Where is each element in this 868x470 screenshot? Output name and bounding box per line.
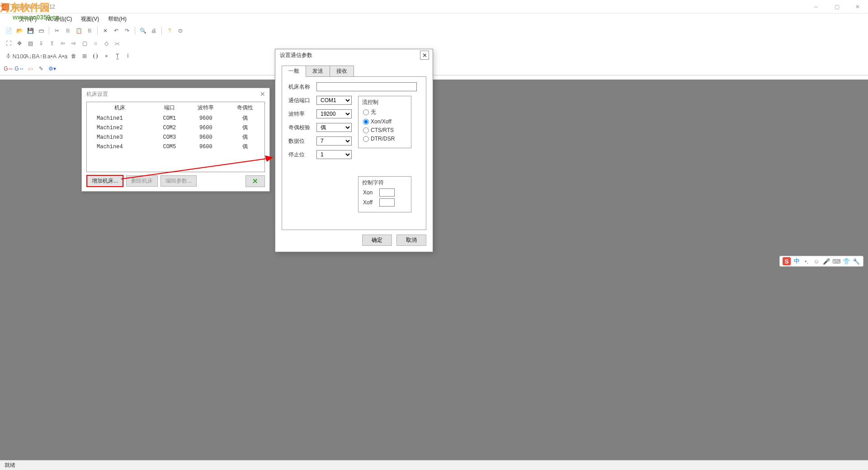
status-text: 就绪 [5, 461, 15, 469]
ime-toolbar[interactable]: S 中 •, ☺ 🎤 ⌨ 👕 🔧 [779, 256, 863, 267]
join-icon[interactable]: ⩙ [112, 38, 122, 48]
stopbits-select[interactable]: 1 [316, 150, 352, 159]
tab-general[interactable]: 一般 [282, 66, 306, 77]
print-icon[interactable]: 🖨 [149, 26, 159, 36]
comm-dialog-close-icon[interactable]: ✕ [420, 51, 429, 60]
info-icon[interactable]: ⊙ [175, 26, 185, 36]
parity-select[interactable]: 偶 [316, 123, 352, 132]
menu-file[interactable]: 文件(F) [15, 14, 40, 24]
menu-nc-comm[interactable]: NC通信(C) [42, 14, 75, 24]
ime-mic-icon[interactable]: 🎤 [822, 257, 830, 265]
arrow-left-icon[interactable]: ⇦ [58, 38, 68, 48]
port-select[interactable]: COM1 [316, 96, 352, 105]
edit-params-button[interactable]: 编辑参数... [160, 175, 197, 187]
databits-select[interactable]: 7 [316, 136, 352, 146]
xon-field[interactable] [379, 188, 395, 197]
pen-icon[interactable]: ✎ [36, 64, 46, 74]
copy2-icon[interactable]: ⎘ [85, 26, 94, 36]
minimize-button[interactable]: ─ [806, 0, 826, 14]
close-button[interactable]: ✕ [847, 0, 868, 14]
ime-skin-icon[interactable]: 👕 [842, 257, 850, 265]
circle-icon[interactable]: ○ [90, 38, 100, 48]
table-row: Machine2COM29600偶 [87, 123, 264, 132]
control-chars-group: 控制字符 Xon Xoff [358, 176, 411, 212]
flow-none-radio[interactable]: 无 [363, 108, 406, 116]
ok-button[interactable]: 确定 [362, 235, 392, 246]
baudrate-select[interactable]: 19200 [316, 109, 352, 118]
tab-receive[interactable]: 接收 [330, 66, 354, 77]
arrow-down-icon[interactable]: ⇩ [36, 38, 46, 48]
aa2-icon[interactable]: A•a [58, 51, 68, 61]
machine-table[interactable]: 机床 端口 波特率 奇偶性 Machine1COM19600偶 Machine2… [87, 102, 264, 151]
titlebar: SmarNC 1.0.1412 ─ ▢ ✕ [0, 0, 868, 14]
flow-xonxoff-radio[interactable]: Xon/Xoff [363, 118, 406, 125]
redo-icon[interactable]: ↷ [122, 26, 132, 36]
menu-view[interactable]: 视图(V) [77, 14, 103, 24]
xoff-field[interactable] [379, 198, 395, 207]
cut-icon[interactable]: ✂ [52, 26, 62, 36]
toolbar-area: 📄 📂 💾 🗃 ✂ ⎘ 📋 ⎘ ✕ ↶ ↷ 🔍 🖨 ? ⊙ ⛶ ✥ ▤ ⇩ ⇧ … [0, 24, 868, 75]
tab-send[interactable]: 发送 [306, 66, 330, 77]
layers-icon[interactable]: ▤ [25, 38, 35, 48]
table-row: Machine4COM59600偶 [87, 142, 264, 151]
table-row: Machine3COM39600偶 [87, 132, 264, 142]
paste-icon[interactable]: 📋 [74, 26, 84, 36]
maximize-button[interactable]: ▢ [826, 0, 847, 14]
label-parity: 奇偶校验 [288, 124, 313, 132]
col-baud: 波特率 [186, 102, 225, 113]
add-machine-button[interactable]: 增加机床... [86, 175, 123, 187]
bracket-icon[interactable]: ⦗⦘ [90, 51, 100, 61]
box-icon[interactable]: ▭ [25, 64, 35, 74]
ime-tool-icon[interactable]: 🔧 [852, 257, 860, 265]
label-xoff: Xoff [363, 199, 377, 206]
aa-icon[interactable]: a•A [47, 51, 57, 61]
label-databits: 数据位 [288, 137, 313, 145]
g2-icon[interactable]: G↔ [14, 64, 24, 74]
trash-icon[interactable]: 🗑 [69, 51, 79, 61]
save-all-icon[interactable]: 🗃 [36, 26, 46, 36]
n-icon[interactable]: N100 [14, 51, 24, 61]
ime-keyboard-icon[interactable]: ⌨ [832, 257, 840, 265]
machine-name-field[interactable] [316, 82, 417, 91]
machine-dialog-close-icon[interactable]: ✕ [259, 90, 267, 98]
ab-icon[interactable]: A↓B [25, 51, 35, 61]
flow-ctsrts-radio[interactable]: CTS/RTS [363, 127, 406, 133]
cancel-button[interactable]: 取消 [396, 235, 426, 246]
col-machine: 机床 [87, 102, 153, 113]
shape-icon[interactable]: ◇ [101, 38, 111, 48]
label-xon: Xon [363, 189, 377, 196]
flow-dtrdsr-radio[interactable]: DTR/DSR [363, 136, 406, 142]
save-icon[interactable]: 💾 [25, 26, 35, 36]
machine-settings-dialog: 机床设置 ✕ 机床 端口 波特率 奇偶性 Machine1COM19600偶 M… [81, 88, 270, 192]
copy-icon[interactable]: ⎘ [63, 26, 73, 36]
delete-icon[interactable]: ✕ [100, 26, 110, 36]
undo-icon[interactable]: ↶ [111, 26, 121, 36]
app-title: SmarNC 1.0.1412 [12, 4, 55, 10]
menu-help[interactable]: 帮助(H) [104, 14, 130, 24]
machine-dialog-ok-button[interactable]: ✕ [245, 175, 265, 187]
move-icon[interactable]: ✥ [14, 38, 24, 48]
text-icon[interactable]: T̲ [112, 51, 122, 61]
delete-machine-button[interactable]: 删除机床 [126, 175, 158, 187]
expand-icon[interactable]: ⛶ [4, 38, 14, 48]
col-parity: 奇偶性 [226, 102, 264, 113]
arrow-right-icon[interactable]: ⇨ [69, 38, 79, 48]
machine-dialog-title: 机床设置 [86, 90, 108, 98]
ab2-icon[interactable]: A↑B [36, 51, 46, 61]
help-icon[interactable]: ? [165, 26, 175, 36]
app-icon [2, 3, 9, 10]
gear-icon[interactable]: ⚙▾ [47, 64, 57, 74]
square-icon[interactable]: ▢ [80, 38, 90, 48]
g-icon[interactable]: G↔ [4, 64, 14, 74]
anchor-icon[interactable]: ⌖ [101, 51, 111, 61]
ruler-icon[interactable]: ⊞ [80, 51, 90, 61]
open-file-icon[interactable]: 📂 [14, 26, 24, 36]
find-icon[interactable]: 🔍 [138, 26, 148, 36]
text2-icon[interactable]: I [123, 51, 133, 61]
ime-punct-icon[interactable]: •, [802, 257, 811, 265]
ime-cn-icon[interactable]: 中 [793, 257, 801, 265]
new-file-icon[interactable]: 📄 [4, 26, 14, 36]
ime-logo-icon[interactable]: S [783, 257, 791, 265]
arrow-up-icon[interactable]: ⇧ [47, 38, 57, 48]
ime-emoji-icon[interactable]: ☺ [812, 257, 821, 265]
